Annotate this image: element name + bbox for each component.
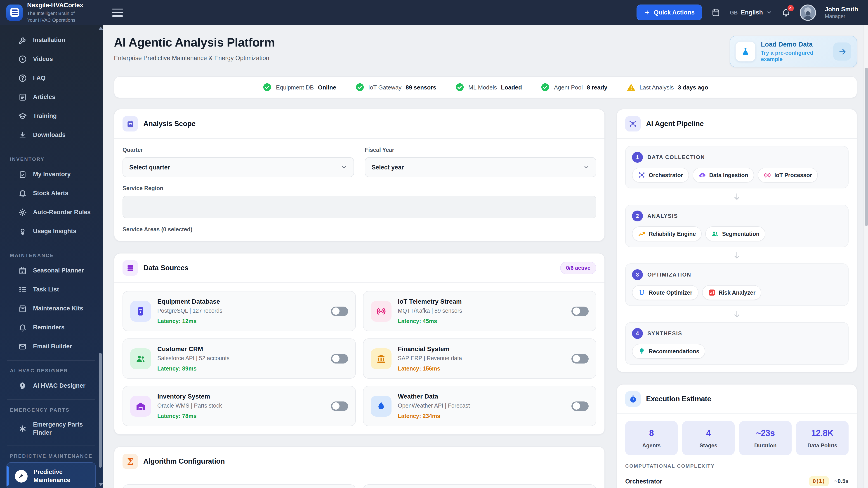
sidebar-item-label: Training <box>33 112 57 120</box>
check-circle-icon <box>263 83 272 92</box>
arrow-right-icon[interactable] <box>833 42 851 61</box>
sidebar-item-label: Reminders <box>33 324 65 331</box>
source-latency: Latency: 156ms <box>398 365 462 372</box>
sidebar-item-training[interactable]: Training <box>6 107 96 125</box>
agent-chip-data-ingestion[interactable]: Data Ingestion <box>692 168 754 183</box>
source-name: IoT Telemetry Stream <box>398 298 462 305</box>
sidebar-item-stock-alerts[interactable]: Stock Alerts <box>6 184 96 202</box>
complexity-time: ~0.5s <box>834 478 848 484</box>
sidebar-item-task-list[interactable]: Task List <box>6 281 96 299</box>
source-toggle[interactable] <box>571 354 589 363</box>
agent-chip-reliability-engine[interactable]: Reliability Engine <box>632 226 702 241</box>
notifications-button[interactable]: 4 <box>781 8 790 17</box>
sidebar-item-articles[interactable]: Articles <box>6 88 96 106</box>
page-subtitle: Enterprise Predictive Maintenance & Ener… <box>114 55 275 61</box>
source-toggle[interactable] <box>331 306 348 316</box>
sidebar-item-usage-insights[interactable]: Usage Insights <box>6 222 96 240</box>
agent-chip-orchestrator[interactable]: Orchestrator <box>632 168 689 183</box>
agent-chip-route-optimizer[interactable]: Route Optimizer <box>632 285 698 300</box>
source-toggle[interactable] <box>331 354 348 363</box>
sidebar-item-label: Seasonal Planner <box>33 267 84 274</box>
algorithm-reliability-model[interactable]: Reliability Model O(n) <box>123 484 356 488</box>
hamburger-menu-icon[interactable] <box>112 8 123 17</box>
sidebar-item-email-builder[interactable]: Email Builder <box>6 337 96 356</box>
source-toggle[interactable] <box>571 401 589 411</box>
network-icon <box>638 171 646 179</box>
sidebar-item-emergency-parts-finder[interactable]: Emergency Parts Finder <box>6 416 96 441</box>
pipeline-stage-optimization: 3 OPTIMIZATION Route Optimizer <box>625 263 848 306</box>
sidebar-divider <box>7 446 95 446</box>
stat-value: 4 <box>685 428 732 438</box>
load-demo-data-card[interactable]: Load Demo Data Try a pre-configured exam… <box>730 36 857 67</box>
computational-complexity-header: COMPUTATIONAL COMPLEXITY <box>625 463 848 468</box>
stage-number: 2 <box>632 210 643 221</box>
users-icon <box>711 230 719 238</box>
language-selector[interactable]: GB English <box>730 9 772 16</box>
scroll-down-arrow-icon[interactable] <box>98 483 103 486</box>
source-iot-telemetry-stream[interactable]: IoT Telemetry Stream MQTT/Kafka | 89 sen… <box>363 291 596 331</box>
source-weather-data[interactable]: Weather Data OpenWeather API | Forecast … <box>363 386 596 426</box>
source-toggle[interactable] <box>331 401 348 411</box>
sidebar-item-videos[interactable]: Videos <box>6 50 96 68</box>
server-icon <box>123 260 138 275</box>
sidebar-item-predictive-maintenance[interactable]: Predictive Maintenance <box>6 462 96 488</box>
brand[interactable]: Nexgile-HVACortex The Intelligent Brain … <box>0 0 103 25</box>
source-customer-crm[interactable]: Customer CRM Salesforce API | 52 account… <box>123 338 356 379</box>
source-equipment-database[interactable]: Equipment Database PostgreSQL | 127 reco… <box>123 291 356 331</box>
source-meta: Oracle WMS | Parts stock <box>157 402 222 409</box>
sidebar-scrollbar[interactable] <box>98 27 103 486</box>
status-ml-models: ML Models Loaded <box>455 83 522 92</box>
stat-agents: 8 Agents <box>625 421 678 455</box>
sidebar-item-installation[interactable]: Installation <box>6 31 96 49</box>
sidebar-item-my-inventory[interactable]: My Inventory <box>6 165 96 184</box>
sigma-icon: Σ <box>123 454 138 469</box>
quarter-select[interactable]: Select quarter <box>123 157 354 177</box>
user-avatar[interactable] <box>800 4 816 21</box>
page-scrollbar[interactable] <box>864 25 868 488</box>
source-name: Financial System <box>398 345 462 352</box>
calendar-icon[interactable] <box>711 8 721 17</box>
stopwatch-icon <box>625 391 641 407</box>
sidebar-item-ai-hvac-designer[interactable]: AI HVAC Designer <box>6 377 96 395</box>
clipboard-check-icon <box>18 170 27 179</box>
source-financial-system[interactable]: Financial System SAP ERP | Revenue data … <box>363 338 596 379</box>
agent-chip-risk-analyzer[interactable]: Risk Analyzer <box>702 285 761 300</box>
check-circle-icon <box>541 83 550 92</box>
scroll-up-arrow-icon[interactable] <box>98 27 103 30</box>
sidebar-item-downloads[interactable]: Downloads <box>6 126 96 144</box>
pipeline-stage-synthesis: 4 SYNTHESIS Recommendations <box>625 322 848 365</box>
cloud-download-icon <box>698 171 706 179</box>
service-region-input[interactable] <box>123 196 596 218</box>
sidebar-section-emergency-parts: EMERGENCY PARTS <box>6 404 96 416</box>
sidebar-item-seasonal-planner[interactable]: Seasonal Planner <box>6 262 96 280</box>
source-toggle[interactable] <box>571 306 589 316</box>
sidebar-item-reminders[interactable]: Reminders <box>6 319 96 337</box>
stage-number: 4 <box>632 328 643 339</box>
language-code: GB <box>730 10 738 15</box>
source-latency: Latency: 78ms <box>157 413 222 419</box>
algorithm-route-optimization[interactable]: Route Optimization O(n² × k) <box>363 484 596 488</box>
sidebar-item-auto-reorder-rules[interactable]: Auto-Reorder Rules <box>6 203 96 221</box>
droplet-icon <box>371 396 392 416</box>
sidebar-item-faq[interactable]: FAQ <box>6 69 96 87</box>
sidebar-item-maintenance-kits[interactable]: Maintenance Kits <box>6 300 96 318</box>
source-inventory-system[interactable]: Inventory System Oracle WMS | Parts stoc… <box>123 386 356 426</box>
wrench-icon <box>18 36 27 45</box>
mail-icon <box>18 342 27 351</box>
stat-label: Stages <box>685 442 732 449</box>
agent-chip-iot-processor[interactable]: IoT Processor <box>758 168 818 183</box>
stat-stages: 4 Stages <box>682 421 735 455</box>
sidebar-item-label: Maintenance Kits <box>33 304 83 313</box>
page-title: AI Agentic Analysis Platform <box>114 36 275 50</box>
fiscal-year-select[interactable]: Select year <box>365 157 596 177</box>
quick-actions-button[interactable]: Quick Actions <box>637 4 702 20</box>
sidebar-item-label: FAQ <box>33 74 46 82</box>
status-value: Online <box>318 84 336 91</box>
head-gear-icon <box>18 381 27 390</box>
card-title: AI Agent Pipeline <box>646 120 704 128</box>
agent-chip-segmentation[interactable]: Segmentation <box>705 226 765 241</box>
sidebar-scrollbar-thumb[interactable] <box>99 353 102 468</box>
agent-chip-recommendations[interactable]: Recommendations <box>632 344 705 359</box>
active-sources-badge: 0/6 active <box>560 262 596 274</box>
page-scrollbar-thumb[interactable] <box>865 68 868 226</box>
